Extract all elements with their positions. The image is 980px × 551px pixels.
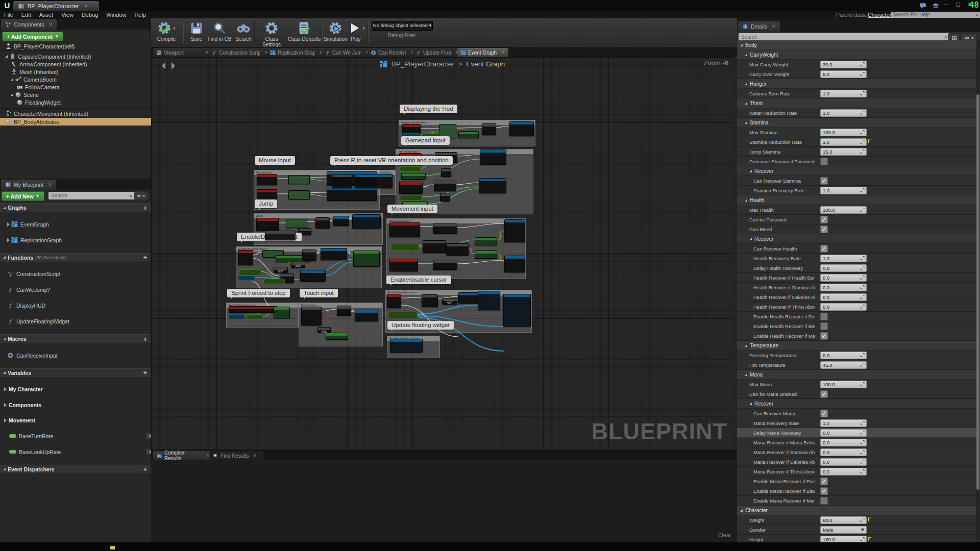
item-canwejump[interactable]: fCanWeJump? — [0, 286, 158, 294]
blueprint-node[interactable] — [300, 270, 326, 282]
item-displayhud[interactable]: fDisplayHUD — [0, 302, 158, 310]
tab-details[interactable]: i Details ✕ — [738, 21, 780, 32]
tab-viewport[interactable]: Viewport✕ — [153, 48, 212, 57]
property-calories-burn-rate[interactable]: Calories Burn Rate1.0 — [737, 89, 977, 98]
blueprint-node[interactable] — [478, 291, 500, 310]
comment-bubble[interactable]: Jump — [255, 199, 277, 208]
expander-icon[interactable] — [745, 344, 747, 347]
class-settings-button[interactable]: Class Settings — [256, 20, 287, 47]
property-mana-recover-if-thirst-above-per[interactable]: Mana Recover if Thirst Above Per0.0 — [737, 467, 977, 477]
section-variables[interactable]: Variables+ — [0, 368, 151, 378]
checkbox[interactable] — [820, 158, 828, 165]
minimize-button[interactable]: — — [942, 2, 951, 7]
component-bp-playercharacter-self[interactable]: BP_PlayerCharacter(self) — [0, 42, 156, 50]
blueprint-node[interactable] — [229, 306, 278, 313]
blueprint-node[interactable] — [332, 174, 352, 188]
property-can-recover-health[interactable]: Can Recover Health✓ — [737, 244, 977, 254]
blueprint-node[interactable] — [480, 149, 506, 165]
property-enable-mana-recover-if-poisoned[interactable]: Enable Mana Recover if Poisoned✓ — [737, 477, 977, 486]
comment-bubble[interactable]: Enable/disable cursor — [386, 276, 451, 284]
number-input[interactable]: 0.0 — [820, 284, 867, 291]
blueprint-node[interactable] — [352, 214, 381, 229]
variable-getter-node[interactable] — [388, 312, 418, 318]
blueprint-node[interactable] — [326, 333, 348, 340]
component-charactermovement-inherited[interactable]: CharacterMovement (Inherited) — [0, 110, 156, 117]
blueprint-node[interactable] — [399, 182, 423, 194]
property-can-bleed[interactable]: Can Bleed✓ — [737, 224, 977, 234]
checkbox[interactable]: ✓ — [820, 332, 828, 340]
item-canreceiveinput[interactable]: CanReceiveInput — [0, 352, 158, 360]
help-search-input[interactable]: Search For Help ⌕ — [891, 12, 980, 18]
component-followcamera[interactable]: FollowCamera — [0, 83, 167, 91]
feedback-icon[interactable] — [919, 2, 926, 9]
property-delay-health-recovery[interactable]: Delay Health Recovery0.0 — [737, 263, 977, 273]
section-macros[interactable]: Macros+ — [0, 334, 151, 343]
checkbox[interactable]: ✓ — [820, 216, 828, 223]
add-new-button[interactable]: + Add New▼ — [2, 191, 44, 201]
blueprint-node[interactable]: NOT — [442, 298, 457, 305]
property-gender[interactable]: GenderMale — [737, 525, 977, 535]
expander-icon[interactable] — [745, 373, 747, 376]
details-scrollbar[interactable] — [976, 40, 979, 540]
checkbox[interactable]: ✓ — [820, 245, 828, 253]
blueprint-node[interactable] — [479, 178, 506, 193]
close-icon[interactable]: ✕ — [49, 22, 53, 27]
asset-tab[interactable]: BP_PlayerCharacter ✕ — [13, 1, 99, 11]
property-can-be-poisoned[interactable]: Can be Poisoned✓ — [737, 215, 977, 224]
expander-icon[interactable] — [3, 468, 6, 470]
number-input[interactable]: 45.0 — [820, 361, 867, 369]
variable-getter-node[interactable] — [263, 279, 285, 284]
class-defaults-button[interactable]: Class Defaults — [287, 20, 322, 42]
variable-getter-node[interactable] — [238, 276, 255, 281]
menu-window[interactable]: Window — [102, 11, 130, 18]
component-capsulecomponent-inherited[interactable]: CapsuleComponent (Inherited) — [0, 53, 156, 60]
number-input[interactable]: 30.0 — [820, 61, 867, 68]
property-stamina-recovery-rate[interactable]: Stamina Recovery Rate1.0 — [737, 186, 977, 195]
property-mana-recovery-rate[interactable]: Mana Recovery Rate1.0 — [737, 418, 977, 428]
menu-edit[interactable]: Edit — [17, 11, 35, 18]
property-health-recover-if-calories-above[interactable]: Health Recover if Calories Above0.0 — [737, 292, 977, 302]
number-input[interactable]: 0.0 — [820, 468, 867, 475]
tab-construction-script[interactable]: fConstruction Script✕ — [208, 48, 272, 57]
parent-class-link[interactable]: Character — [868, 12, 891, 18]
expander-icon[interactable] — [3, 371, 6, 374]
comment-bubble[interactable]: Press R to reset VR orientation and posi… — [330, 156, 453, 165]
item-baselookuprate[interactable]: BaseLookUpRate — [0, 448, 160, 456]
number-input[interactable]: 100.0 — [820, 381, 867, 388]
menu-asset[interactable]: Asset — [35, 11, 58, 18]
comment-bubble[interactable]: Movement input — [387, 205, 437, 213]
blueprint-node[interactable] — [389, 259, 418, 271]
number-input[interactable]: 0.0 — [820, 429, 867, 437]
number-input[interactable]: 1.0 — [820, 109, 867, 117]
blueprint-node[interactable] — [433, 260, 457, 270]
property-consume-stamina-if-poisoned[interactable]: Consume Stamina if Poisoned — [737, 157, 977, 166]
component-cameraboom[interactable]: CameraBoom — [0, 76, 161, 83]
section-functions[interactable]: Functions(30 Overridable)+ — [0, 253, 151, 262]
number-input[interactable]: 0.0 — [820, 274, 867, 282]
item-components[interactable]: Components — [0, 401, 151, 409]
property-max-carry-weight[interactable]: Max Carry Weight30.0 — [737, 60, 977, 69]
add-icon[interactable]: + — [143, 369, 147, 377]
number-input[interactable]: 0.0 — [820, 293, 867, 301]
compile-button[interactable]: ▾Compile — [153, 20, 180, 42]
property-can-be-mana-drained[interactable]: Can be Mana Drained✓ — [737, 389, 977, 399]
add-component-button[interactable]: + Add Component▼ — [2, 32, 63, 41]
checkbox[interactable]: ✓ — [820, 478, 828, 485]
save-button[interactable]: Save — [186, 20, 207, 42]
number-input[interactable]: 0.0 — [820, 352, 867, 359]
expander-icon[interactable] — [11, 93, 13, 96]
comment-bubble[interactable]: Update floating widget — [387, 321, 454, 330]
property-carry-over-weight[interactable]: Carry Over Weight5.0 — [737, 69, 977, 79]
expander-icon[interactable] — [745, 199, 747, 202]
tab-can-we-jump[interactable]: fCan We Jump?✕ — [322, 48, 372, 57]
expander-icon[interactable] — [4, 418, 7, 422]
property-enable-health-recover-if-mana-dr[interactable]: Enable Health Recover if Mana Dr✓ — [737, 331, 977, 341]
tab-event-graph[interactable]: Event Graph✕ — [457, 48, 508, 57]
play-button[interactable]: ▾Play — [346, 20, 365, 42]
expander-icon[interactable] — [3, 256, 6, 259]
variable-getter-node[interactable] — [229, 314, 245, 319]
expander-icon[interactable] — [11, 78, 13, 81]
dropdown-caret-icon[interactable]: ▾ — [362, 26, 364, 31]
property-max-stamina[interactable]: Max Stamina100.0 — [737, 128, 977, 137]
property-mana-recover-if-mana-below-perc[interactable]: Mana Recover if Mana Below Perc0.0 — [737, 438, 977, 447]
